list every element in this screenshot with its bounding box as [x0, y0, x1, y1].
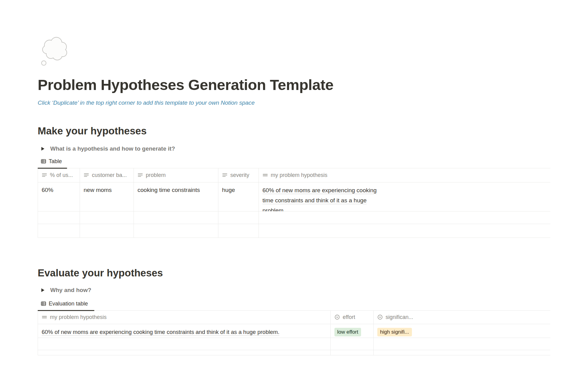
table-view-icon [41, 159, 46, 164]
empty-cell[interactable] [374, 338, 550, 350]
column-header-label: % of us... [50, 172, 73, 178]
notion-page: Problem Hypotheses Generation Template C… [0, 0, 588, 355]
toggle-what-is-hypothesis[interactable]: What is a hypothesis and how to generate… [38, 144, 550, 153]
toggle-label: What is a hypothesis and how to generate… [50, 145, 175, 152]
table-row-empty [38, 338, 550, 350]
empty-cell[interactable] [38, 350, 331, 355]
table-header-row: my problem hypothesis effort significan.… [38, 311, 550, 324]
empty-cell[interactable] [331, 338, 374, 350]
view-tabbar-evaluate: Evaluation table [38, 300, 550, 311]
column-header-effort[interactable]: effort [331, 311, 374, 324]
section-heading-evaluate: Evaluate your hypotheses [38, 267, 550, 279]
text-property-icon [42, 172, 47, 178]
table-header-row: % of us... customer ba... problem severi… [38, 168, 550, 182]
column-header-label: severity [230, 172, 249, 178]
empty-cell[interactable] [218, 224, 259, 238]
column-header-label: my problem hypothesis [271, 172, 327, 178]
cell-severity[interactable]: huge [218, 182, 259, 211]
select-property-icon [334, 314, 340, 320]
section-heading-make: Make your hypotheses [38, 125, 550, 137]
table-row: 60% new moms cooking time constraints hu… [38, 182, 550, 212]
tab-label: Table [49, 158, 62, 167]
column-header-hypothesis[interactable]: my problem hypothesis [38, 311, 331, 324]
column-header-label: customer ba... [92, 172, 127, 178]
column-header-label: problem [146, 172, 166, 178]
table-row-empty [38, 212, 550, 224]
table-view-icon [41, 301, 46, 306]
empty-cell[interactable] [331, 350, 374, 355]
tab-table-view[interactable]: Table [38, 157, 65, 168]
hypotheses-table: % of us... customer ba... problem severi… [38, 168, 550, 238]
empty-cell[interactable] [38, 338, 331, 350]
page-title: Problem Hypotheses Generation Template [38, 76, 550, 94]
empty-cell[interactable] [218, 212, 259, 224]
table-row-empty [38, 224, 550, 238]
active-tab-underline [38, 310, 94, 311]
title-property-icon [262, 172, 268, 178]
cell-customer-base[interactable]: new moms [80, 182, 134, 211]
empty-cell[interactable] [259, 212, 550, 224]
column-header-label: effort [343, 314, 355, 320]
significance-badge[interactable]: high signifi... [377, 328, 412, 336]
evaluation-table: my problem hypothesis effort significan.… [38, 311, 550, 355]
tab-evaluation-table-view[interactable]: Evaluation table [38, 300, 91, 310]
text-property-icon [84, 172, 89, 178]
toggle-why-and-how[interactable]: Why and how? [38, 286, 550, 294]
column-header-problem[interactable]: problem [134, 168, 218, 182]
column-header-label: significan... [386, 314, 413, 320]
column-header-customer-base[interactable]: customer ba... [80, 168, 134, 182]
empty-cell[interactable] [134, 212, 218, 224]
text-property-icon [138, 172, 143, 178]
empty-cell[interactable] [80, 212, 134, 224]
page-icon[interactable] [40, 34, 71, 67]
empty-cell[interactable] [134, 224, 218, 238]
column-header-severity[interactable]: severity [218, 168, 259, 182]
toggle-triangle-icon[interactable] [41, 147, 44, 151]
empty-cell[interactable] [374, 350, 550, 355]
table-row: 60% of new moms are experiencing cooking… [38, 324, 550, 338]
column-header-hypothesis[interactable]: my problem hypothesis [259, 168, 550, 182]
cell-problem[interactable]: cooking time constraints [134, 182, 218, 211]
title-property-icon [42, 314, 47, 320]
toggle-label: Why and how? [50, 287, 91, 294]
column-header-label: my problem hypothesis [50, 314, 107, 320]
column-header-percent-of-users[interactable]: % of us... [38, 168, 80, 182]
cell-effort[interactable]: low effort [331, 324, 374, 338]
cell-hypothesis[interactable]: 60% of new moms are experiencing cooking… [259, 182, 550, 211]
hypothesis-title-text[interactable]: 60% of new moms are experiencing cooking… [262, 185, 385, 211]
cell-significance[interactable]: high signifi... [374, 324, 550, 338]
effort-badge[interactable]: low effort [334, 328, 361, 336]
select-property-icon [377, 314, 383, 320]
hypothesis-title-text[interactable]: 60% of new moms are experiencing cooking… [42, 327, 279, 337]
empty-cell[interactable] [259, 224, 550, 238]
thought-balloon-icon [40, 34, 71, 67]
cell-hypothesis[interactable]: 60% of new moms are experiencing cooking… [38, 324, 331, 338]
text-property-icon [222, 172, 228, 178]
empty-cell[interactable] [80, 224, 134, 238]
page-subtitle: Click ‘Duplicate’ in the top right corne… [38, 99, 550, 107]
toggle-triangle-icon[interactable] [41, 288, 44, 292]
view-tabbar-make: Table [38, 157, 550, 168]
active-tab-underline [38, 168, 67, 169]
cell-percent[interactable]: 60% [38, 182, 80, 211]
tab-label: Evaluation table [49, 301, 88, 309]
empty-cell[interactable] [38, 212, 80, 224]
empty-cell[interactable] [38, 224, 80, 238]
table-row-empty [38, 350, 550, 355]
column-header-significance[interactable]: significan... [374, 311, 550, 324]
